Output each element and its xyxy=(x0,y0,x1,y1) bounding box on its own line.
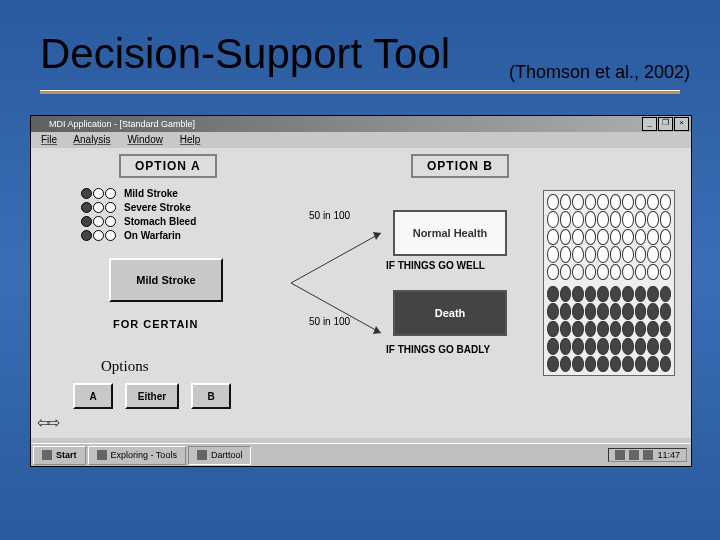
taskbar-item[interactable]: Exploring - Tools xyxy=(88,446,186,465)
for-certain-label: FOR CERTAIN xyxy=(113,318,198,330)
maximize-button[interactable]: ❐ xyxy=(658,117,673,131)
choose-either-button[interactable]: Either xyxy=(125,383,179,409)
option-buttons: A Either B xyxy=(73,383,231,409)
probability-grid xyxy=(543,190,675,376)
prob-down-label: 50 in 100 xyxy=(309,316,350,327)
app-body: OPTION A OPTION B Mild Stroke Severe Str… xyxy=(31,148,691,438)
taskbar-item[interactable]: Darttool xyxy=(188,446,252,465)
option-b-label: OPTION B xyxy=(411,154,509,178)
legend-item: Mild Stroke xyxy=(81,186,196,200)
legend-item: Severe Stroke xyxy=(81,200,196,214)
menubar: File Analysis Window Help xyxy=(31,132,691,148)
legend: Mild Stroke Severe Stroke Stomach Bleed … xyxy=(81,186,196,242)
prob-up-label: 50 in 100 xyxy=(309,210,350,221)
title-rule xyxy=(40,90,680,94)
grid-bad-half xyxy=(544,283,674,375)
window-titlebar: MDI Application - [Standard Gamble] _ ❐ … xyxy=(31,116,691,132)
close-button[interactable]: × xyxy=(674,117,689,131)
legend-item: Stomach Bleed xyxy=(81,214,196,228)
choose-b-button[interactable]: B xyxy=(191,383,231,409)
good-outcome-box: Normal Health xyxy=(393,210,507,256)
windows-icon xyxy=(42,450,52,460)
menu-analysis[interactable]: Analysis xyxy=(73,134,110,145)
grid-good-half xyxy=(544,191,674,283)
clock: 11:47 xyxy=(657,450,680,460)
app-screenshot: MDI Application - [Standard Gamble] _ ❐ … xyxy=(30,115,692,467)
if-bad-label: IF THINGS GO BADLY xyxy=(386,344,490,355)
system-tray: 11:47 xyxy=(608,448,687,462)
slide: Decision-Support Tool (Thomson et al., 2… xyxy=(0,0,720,540)
app-icon xyxy=(197,450,207,460)
options-label: Options xyxy=(101,358,149,375)
menu-file[interactable]: File xyxy=(41,134,57,145)
option-a-label: OPTION A xyxy=(119,154,217,178)
certain-outcome-button[interactable]: Mild Stroke xyxy=(109,258,223,302)
svg-marker-3 xyxy=(373,326,381,334)
menu-window[interactable]: Window xyxy=(127,134,163,145)
taskbar: Start Exploring - Tools Darttool 11:47 xyxy=(31,443,691,466)
bad-outcome-box: Death xyxy=(393,290,507,336)
nav-arrows-icon[interactable]: ⇦⇨ xyxy=(37,413,57,432)
window-title: MDI Application - [Standard Gamble] xyxy=(49,119,195,129)
citation: (Thomson et al., 2002) xyxy=(509,62,690,83)
choose-a-button[interactable]: A xyxy=(73,383,113,409)
legend-item: On Warfarin xyxy=(81,228,196,242)
menu-help[interactable]: Help xyxy=(180,134,201,145)
tray-icon[interactable] xyxy=(629,450,639,460)
folder-icon xyxy=(97,450,107,460)
svg-line-0 xyxy=(291,233,381,283)
slide-title: Decision-Support Tool xyxy=(40,30,450,78)
svg-marker-1 xyxy=(373,232,381,240)
start-button[interactable]: Start xyxy=(33,446,86,465)
minimize-button[interactable]: _ xyxy=(642,117,657,131)
if-good-label: IF THINGS GO WELL xyxy=(386,260,485,271)
tray-icon[interactable] xyxy=(615,450,625,460)
tray-icon[interactable] xyxy=(643,450,653,460)
